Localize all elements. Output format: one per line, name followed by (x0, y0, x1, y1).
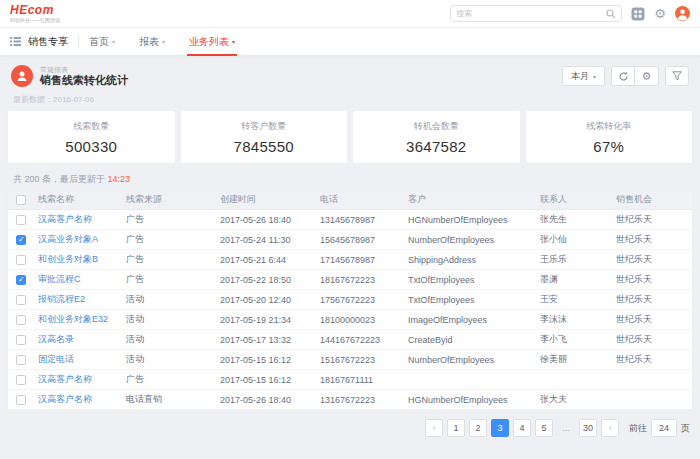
report-category: 常规报表 (40, 66, 128, 73)
tab-home[interactable]: 首页 ▾ (89, 28, 115, 56)
workspace-label[interactable]: 销售专享 (28, 35, 68, 49)
lead-contact: 墨渊 (536, 273, 612, 286)
lead-name-link[interactable]: 汉高客户名称 (38, 214, 92, 224)
lead-name-link[interactable]: 汉高客户名称 (38, 374, 92, 384)
col-header-opportunity[interactable]: 销售机会 (612, 193, 692, 206)
tab-business-list[interactable]: 业务列表 ▾ (189, 28, 235, 56)
pagination: ‹ 1 2 3 4 5 ... 30 › 前往 页 (10, 419, 690, 437)
lead-created: 2017-05-26 18:40 (216, 395, 316, 405)
latest-data-line: 最新数据：2016-07-06 (13, 94, 687, 105)
refresh-button[interactable] (611, 66, 635, 86)
tab-reports-label: 报表 (139, 35, 159, 49)
logo-tagline: 和创科技——红圈营销 (10, 18, 60, 23)
table-header-row: 线索名称 线索来源 创建时间 电话 客户 联系人 销售机会 (8, 190, 692, 210)
page-button-3-active[interactable]: 3 (491, 419, 509, 437)
kpi-label: 转机会数量 (414, 120, 459, 133)
lead-phone: 18167672223 (316, 275, 404, 285)
col-header-name[interactable]: 线索名称 (34, 193, 122, 206)
page-ellipsis: ... (557, 419, 575, 437)
lead-phone: 13167672223 (316, 395, 404, 405)
row-checkbox[interactable] (16, 315, 26, 325)
table-row[interactable]: 和创业务对象B 广告 2017-05-21 6:44 17145678987 S… (8, 250, 692, 270)
lead-source: 广告 (122, 373, 216, 386)
period-label: 本月 (571, 70, 589, 83)
lead-name-link[interactable]: 审批流程C (38, 274, 81, 284)
hecom-logo[interactable]: HEcom 和创科技——红圈营销 (10, 4, 60, 23)
page-button-30[interactable]: 30 (579, 419, 597, 437)
row-checkbox[interactable] (16, 395, 26, 405)
table-row[interactable]: 汉高客户名称 广告 2017-05-26 18:40 13145678987 H… (8, 210, 692, 230)
global-search[interactable] (450, 5, 622, 22)
kpi-card-opportunities: 转机会数量 3647582 (353, 111, 520, 163)
logo-text: HEcom (10, 4, 60, 16)
page-button-4[interactable]: 4 (513, 419, 531, 437)
page-button-2[interactable]: 2 (469, 419, 487, 437)
lead-opportunity: 世纪乐天 (612, 213, 692, 226)
row-checkbox[interactable] (16, 355, 26, 365)
row-checkbox[interactable] (16, 235, 26, 245)
lead-name-link[interactable]: 和创业务对象B (38, 254, 98, 264)
prev-page-button[interactable]: ‹ (425, 419, 443, 437)
tab-business-list-label: 业务列表 (189, 35, 229, 49)
gear-icon: ⚙ (642, 71, 652, 82)
row-checkbox[interactable] (16, 255, 26, 265)
search-icon[interactable] (606, 9, 616, 19)
lead-name-link[interactable]: 汉高业务对象A (38, 234, 98, 244)
nav-tabs: 首页 ▾ 报表 ▾ 业务列表 ▾ (89, 28, 259, 56)
lead-name-link[interactable]: 和创业务对象E32 (38, 314, 108, 324)
col-header-contact[interactable]: 联系人 (536, 193, 612, 206)
lead-created: 2017-05-21 6:44 (216, 255, 316, 265)
menu-grid-icon[interactable] (10, 36, 21, 47)
row-checkbox[interactable] (16, 295, 26, 305)
table-row[interactable]: 汉高客户名称 广告 2017-05-15 16:12 18167671111 (8, 370, 692, 390)
row-checkbox[interactable] (16, 275, 26, 285)
lead-customer: TxtOfEmployees (404, 275, 536, 285)
table-row[interactable]: 审批流程C 广告 2017-05-22 18:50 18167672223 Tx… (8, 270, 692, 290)
tab-reports[interactable]: 报表 ▾ (139, 28, 165, 56)
report-settings-button[interactable]: ⚙ (635, 66, 659, 86)
col-header-customer[interactable]: 客户 (404, 193, 536, 206)
lead-contact: 张大夫 (536, 393, 612, 406)
col-header-phone[interactable]: 电话 (316, 193, 404, 206)
lead-source: 活动 (122, 333, 216, 346)
lead-source: 活动 (122, 313, 216, 326)
kpi-card-conversion-rate: 线索转化率 67% (526, 111, 693, 163)
lead-source: 活动 (122, 293, 216, 306)
row-checkbox[interactable] (16, 375, 26, 385)
row-checkbox[interactable] (16, 215, 26, 225)
summary-text: 共 200 条，最后更新于 (13, 174, 108, 184)
page-unit-label: 页 (681, 422, 690, 435)
lead-name-link[interactable]: 汉高客户名称 (38, 394, 92, 404)
table-row[interactable]: 报销流程E2 活动 2017-05-20 12:40 17567672223 T… (8, 290, 692, 310)
goto-page-input[interactable] (651, 419, 677, 437)
col-header-source[interactable]: 线索来源 (122, 193, 216, 206)
lead-contact: 张先生 (536, 213, 612, 226)
kpi-card-customers: 转客户数量 7845550 (181, 111, 348, 163)
next-page-button[interactable]: › (601, 419, 619, 437)
page-button-1[interactable]: 1 (447, 419, 465, 437)
table-row[interactable]: 汉高名录 活动 2017-05-17 13:32 144167672223 Cr… (8, 330, 692, 350)
lead-name-link[interactable]: 固定电话 (38, 354, 74, 364)
kpi-value: 7845550 (234, 138, 295, 155)
table-row[interactable]: 固定电话 活动 2017-05-15 16:12 15167672223 Num… (8, 350, 692, 370)
latest-data-label: 最新数据： (13, 95, 53, 104)
lead-customer: TxtOfEmployees (404, 295, 536, 305)
lead-name-link[interactable]: 汉高名录 (38, 334, 74, 344)
kpi-card-leads: 线索数量 500330 (8, 111, 175, 163)
apps-icon[interactable] (631, 7, 645, 21)
table-row[interactable]: 汉高业务对象A 广告 2017-05-24 11:30 15645678987 … (8, 230, 692, 250)
select-all-checkbox[interactable] (16, 195, 26, 205)
period-select-button[interactable]: 本月 ▾ (562, 66, 605, 86)
row-checkbox[interactable] (16, 335, 26, 345)
col-header-created[interactable]: 创建时间 (216, 193, 316, 206)
search-input[interactable] (456, 9, 606, 18)
page-button-5[interactable]: 5 (535, 419, 553, 437)
table-row[interactable]: 和创业务对象E32 活动 2017-05-19 21:34 1810000002… (8, 310, 692, 330)
table-row[interactable]: 汉高客户名称 电话直销 2017-05-26 18:40 13167672223… (8, 390, 692, 410)
user-avatar[interactable] (675, 6, 690, 21)
filter-button[interactable] (665, 66, 689, 86)
lead-created: 2017-05-15 16:12 (216, 355, 316, 365)
lead-name-link[interactable]: 报销流程E2 (38, 294, 85, 304)
kpi-value: 67% (593, 138, 624, 155)
settings-gear-icon[interactable]: ⚙ (654, 7, 666, 20)
